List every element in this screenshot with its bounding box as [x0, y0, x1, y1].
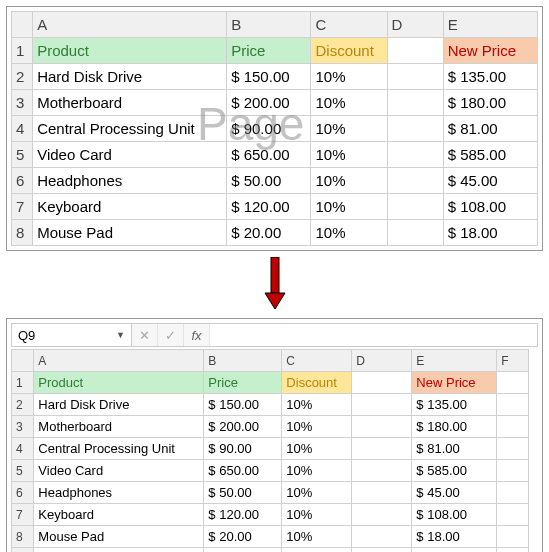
cell-empty[interactable] [352, 372, 412, 394]
cell-empty[interactable] [352, 548, 412, 553]
cell-empty[interactable] [352, 482, 412, 504]
cell-price[interactable]: $ 650.00 [227, 142, 311, 168]
cell-newprice[interactable]: $ 135.00 [412, 394, 497, 416]
col-header[interactable]: B [227, 12, 311, 38]
row-header[interactable]: 5 [12, 460, 34, 482]
cell-product[interactable]: Central Processing Unit [33, 116, 227, 142]
corner-cell[interactable] [12, 12, 33, 38]
cell-empty[interactable] [352, 394, 412, 416]
row-header[interactable]: 6 [12, 482, 34, 504]
cell-price[interactable]: $ 150.00 [204, 394, 282, 416]
row-header[interactable]: 5 [12, 142, 33, 168]
cell-newprice[interactable]: $ 585.00 [412, 460, 497, 482]
spreadsheet-top[interactable]: A B C D E 1 Product Price Discount New P… [11, 11, 538, 246]
cell-product[interactable]: Headphones [33, 168, 227, 194]
dropdown-icon[interactable]: ▼ [116, 330, 125, 340]
row-header[interactable]: 9 [12, 548, 34, 553]
cell-price[interactable]: $ 120.00 [204, 504, 282, 526]
cell-price[interactable]: $ 150.00 [227, 64, 311, 90]
cell-empty[interactable] [497, 548, 529, 553]
cell-price[interactable]: $ 20.00 [204, 526, 282, 548]
cell-empty[interactable] [352, 460, 412, 482]
cell-discount[interactable]: 10% [282, 504, 352, 526]
col-header[interactable]: A [33, 12, 227, 38]
col-header[interactable]: A [34, 350, 204, 372]
row-header[interactable]: 6 [12, 168, 33, 194]
cell-price[interactable]: $ 50.00 [227, 168, 311, 194]
header-price[interactable]: Price [227, 38, 311, 64]
cell-empty[interactable] [352, 438, 412, 460]
col-header[interactable]: E [412, 350, 497, 372]
cell-empty[interactable] [497, 460, 529, 482]
cell-empty[interactable] [387, 116, 443, 142]
header-product[interactable]: Product [33, 38, 227, 64]
cell-product[interactable]: Hard Disk Drive [34, 394, 204, 416]
cell-empty[interactable] [497, 438, 529, 460]
cell-discount[interactable]: 10% [311, 64, 387, 90]
cell-empty[interactable] [204, 548, 282, 553]
col-header[interactable]: F [497, 350, 529, 372]
cell-newprice[interactable]: $ 81.00 [443, 116, 537, 142]
row-header[interactable]: 1 [12, 38, 33, 64]
spreadsheet-bottom[interactable]: A B C D E F 1 Product Price Discount New… [11, 349, 529, 552]
cell-newprice[interactable]: $ 180.00 [443, 90, 537, 116]
cell-empty[interactable] [34, 548, 204, 553]
row-header[interactable]: 2 [12, 394, 34, 416]
cell-price[interactable]: $ 120.00 [227, 194, 311, 220]
header-newprice[interactable]: New Price [443, 38, 537, 64]
row-header[interactable]: 8 [12, 220, 33, 246]
col-header[interactable]: B [204, 350, 282, 372]
header-price[interactable]: Price [204, 372, 282, 394]
cell-newprice[interactable]: $ 81.00 [412, 438, 497, 460]
cell-newprice[interactable]: $ 108.00 [412, 504, 497, 526]
cell-empty[interactable] [412, 548, 497, 553]
fx-icon[interactable]: fx [184, 324, 210, 346]
cell-product[interactable]: Motherboard [34, 416, 204, 438]
row-header[interactable]: 7 [12, 194, 33, 220]
header-newprice[interactable]: New Price [412, 372, 497, 394]
header-discount[interactable]: Discount [311, 38, 387, 64]
cell-product[interactable]: Video Card [34, 460, 204, 482]
cell-price[interactable]: $ 200.00 [204, 416, 282, 438]
row-header[interactable]: 3 [12, 90, 33, 116]
cell-price[interactable]: $ 90.00 [204, 438, 282, 460]
header-product[interactable]: Product [34, 372, 204, 394]
cell-empty[interactable] [352, 416, 412, 438]
cell-empty[interactable] [497, 482, 529, 504]
cell-newprice[interactable]: $ 18.00 [412, 526, 497, 548]
cell-empty[interactable] [387, 90, 443, 116]
cell-price[interactable]: $ 50.00 [204, 482, 282, 504]
cell-empty[interactable] [387, 220, 443, 246]
cell-empty[interactable] [497, 504, 529, 526]
cell-discount[interactable]: 10% [282, 482, 352, 504]
cell-newprice[interactable]: $ 135.00 [443, 64, 537, 90]
col-header[interactable]: D [352, 350, 412, 372]
row-header[interactable]: 8 [12, 526, 34, 548]
cell-discount[interactable]: 10% [282, 460, 352, 482]
corner-cell[interactable] [12, 350, 34, 372]
col-header[interactable]: E [443, 12, 537, 38]
cell-discount[interactable]: 10% [311, 168, 387, 194]
cell-discount[interactable]: 10% [311, 142, 387, 168]
cell-empty[interactable] [282, 548, 352, 553]
cell-newprice[interactable]: $ 108.00 [443, 194, 537, 220]
cell-empty[interactable] [387, 142, 443, 168]
cell-empty[interactable] [387, 64, 443, 90]
cell-product[interactable]: Keyboard [34, 504, 204, 526]
cell-discount[interactable]: 10% [282, 394, 352, 416]
cell-discount[interactable]: 10% [282, 438, 352, 460]
cell-newprice[interactable]: $ 585.00 [443, 142, 537, 168]
cell-empty[interactable] [497, 394, 529, 416]
row-header[interactable]: 3 [12, 416, 34, 438]
cell-product[interactable]: Headphones [34, 482, 204, 504]
confirm-icon[interactable]: ✓ [158, 324, 184, 346]
col-header[interactable]: C [311, 12, 387, 38]
cell-product[interactable]: Central Processing Unit [34, 438, 204, 460]
cell-empty[interactable] [497, 372, 529, 394]
cancel-icon[interactable]: ✕ [132, 324, 158, 346]
cell-newprice[interactable]: $ 18.00 [443, 220, 537, 246]
cell-product[interactable]: Keyboard [33, 194, 227, 220]
cell-product[interactable]: Hard Disk Drive [33, 64, 227, 90]
row-header[interactable]: 7 [12, 504, 34, 526]
cell-product[interactable]: Mouse Pad [33, 220, 227, 246]
